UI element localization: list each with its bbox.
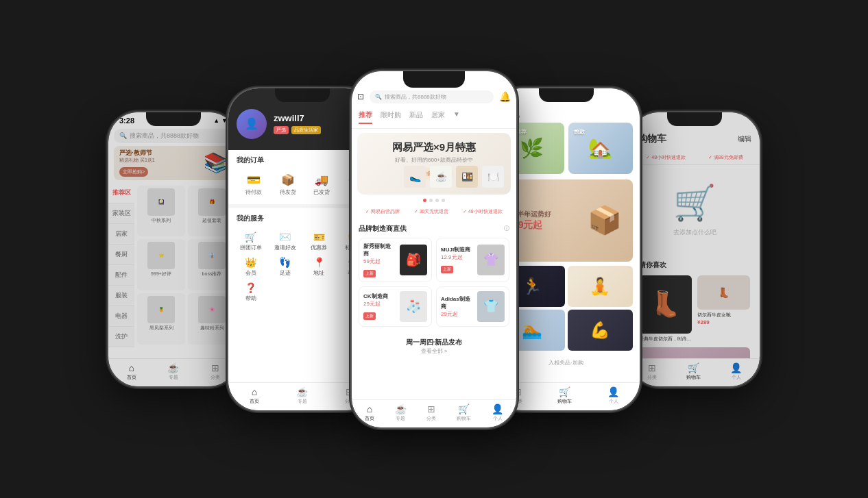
tab-flash-sale[interactable]: 限时购 xyxy=(381,110,401,124)
service-group-buy-label: 拼团订单 xyxy=(237,244,265,251)
product-name-2: 超值套装 xyxy=(191,217,233,224)
brand-card-adidas[interactable]: Adidas制造商 29元起 👕 xyxy=(436,286,509,327)
sport-card-4[interactable]: 💪 xyxy=(568,310,634,351)
tab-more[interactable]: ▼ xyxy=(453,110,460,124)
brand-card-ck[interactable]: CK制造商 29元起 上新 🧦 xyxy=(359,286,432,327)
services-grid: 🛒 拼团订单 ✉️ 邀请好友 🎫 优惠券 🎁 礼品卡 xyxy=(237,229,367,305)
product-card-1[interactable]: 🎑 中秋系列 xyxy=(137,186,185,237)
phone-3-notch xyxy=(403,71,465,88)
product-name-6: 趣味粉系列 xyxy=(191,325,233,332)
service-invite[interactable]: ✉️ 邀请好友 xyxy=(271,232,300,251)
brand-price-4: 29元起 xyxy=(441,310,473,318)
p2-bottom-topics[interactable]: ☕ 专题 xyxy=(296,387,308,405)
phone-4-card-2[interactable]: 挑款 🏡 xyxy=(568,123,634,174)
bottom-nav-home[interactable]: ⌂ 首页 xyxy=(127,363,136,381)
nav-item-recommend[interactable]: 推荐区 xyxy=(108,183,134,203)
order-pending-pay[interactable]: 💳 待付款 xyxy=(245,173,262,196)
bell-icon[interactable]: 🔔 xyxy=(499,91,511,102)
brand-name-1: 新秀丽制造商 xyxy=(363,242,396,258)
tab-home[interactable]: 居家 xyxy=(431,110,445,124)
p5-bottom-profile[interactable]: 👤 个人 xyxy=(730,363,742,381)
brand-name-3: CK制造商 xyxy=(363,292,396,300)
phone-3-search[interactable]: 🔍 搜索商品，共8888款好物 xyxy=(370,90,494,103)
phone-5: 购物车 编辑 ✓ 48小时快速退款 ✓ 满88元免邮费 🛒 去添加点什么吧 猜你… xyxy=(629,112,760,386)
recommend-title: 猜你喜欢 xyxy=(639,260,750,270)
p4-profile-label: 个人 xyxy=(609,398,618,405)
search-icon: 🔍 xyxy=(119,132,127,139)
brand-info-1: 新秀丽制造商 59元起 上新 xyxy=(363,242,396,277)
service-membership[interactable]: 👑 会员 xyxy=(237,257,265,277)
p4-bottom-cart[interactable]: 🛒 购物车 xyxy=(557,387,572,405)
phone-1-banner-btn[interactable]: 立即抢购> xyxy=(119,167,148,177)
nav-item-kitchen[interactable]: 餐厨 xyxy=(108,245,134,265)
bottom-nav-categories-label: 分类 xyxy=(210,374,220,381)
rec-img-1: 👢 xyxy=(639,275,692,334)
banner-product-3: 🍱 xyxy=(456,166,478,188)
banner-main-sub: 好看、好用的600+款商品特价中 xyxy=(365,156,503,164)
banner-main-title: 网易严选×9月特惠 xyxy=(365,141,503,154)
bottom-nav-categories[interactable]: ⊞ 分类 xyxy=(210,363,220,381)
p4-bottom-profile[interactable]: 👤 个人 xyxy=(607,387,619,405)
p3-bottom-home[interactable]: ⌂ 首页 xyxy=(365,404,374,422)
p5-bottom-categories[interactable]: ⊞ 分类 xyxy=(647,363,657,381)
sport-icon-4: 💪 xyxy=(590,321,610,340)
phone-3-main-banner: 网易严选×9月特惠 好看、好用的600+款商品特价中 四舍五入 > 🥿 ☕ 🍱 … xyxy=(357,133,511,195)
service-coupon[interactable]: 🎫 优惠券 xyxy=(305,232,334,251)
rec-img-2: 👢 xyxy=(697,275,750,310)
product-img-2: 🎁 xyxy=(198,188,226,216)
phone-1-time: 3:28 xyxy=(119,116,134,125)
scan-icon[interactable]: ⊡ xyxy=(357,92,364,101)
p3-bottom-profile[interactable]: 👤 个人 xyxy=(492,404,503,422)
order-pending-ship[interactable]: 📦 待发货 xyxy=(280,173,296,196)
service-help[interactable]: ❓ 帮助 xyxy=(237,282,265,302)
order-shipped[interactable]: 🚚 已发货 xyxy=(313,173,330,196)
nav-item-clothing[interactable]: 服装 xyxy=(108,286,134,306)
brand-info-4: Adidas制造商 29元起 xyxy=(441,295,473,318)
product-card-3[interactable]: ⭐ 999+好评 xyxy=(137,239,185,290)
trust-refund-text: ✓ 48小时快速退款 xyxy=(463,208,503,215)
new-release-more[interactable]: 查看全部 > xyxy=(359,347,509,355)
bottom-nav-topics[interactable]: ☕ 专题 xyxy=(167,363,179,381)
sport-card-2[interactable]: 🧘 xyxy=(568,266,634,307)
service-address[interactable]: 📍 地址 xyxy=(305,257,334,277)
user-avatar: 👤 xyxy=(237,109,267,139)
tab-recommend[interactable]: 推荐 xyxy=(359,110,372,124)
rec-item-2[interactable]: 👢 切尔西牛皮女靴 ¥289 xyxy=(697,275,750,343)
p5-bottom-cart[interactable]: 🛒 购物车 xyxy=(686,363,701,381)
banner-product-2: ☕ xyxy=(430,166,452,188)
phone-1-banner: 严选·教师节 精选礼物 买1送1 立即抢购> 📚 xyxy=(114,146,233,180)
service-membership-label: 会员 xyxy=(237,269,265,277)
product-card-5[interactable]: 🍍 黑凤梨系列 xyxy=(137,293,185,345)
p3-bottom-categories[interactable]: ⊞ 分类 xyxy=(426,404,436,422)
nav-item-accessories[interactable]: 配件 xyxy=(108,265,134,286)
nav-item-home[interactable]: 家装区 xyxy=(108,203,134,224)
pending-ship-icon: 📦 xyxy=(280,173,296,186)
nav-item-electronics[interactable]: 电器 xyxy=(108,306,134,327)
brand-card-samsonite[interactable]: 新秀丽制造商 59元起 上新 🎒 xyxy=(359,238,432,282)
sport-icon-1: 🏃 xyxy=(522,277,542,296)
rec-name-1: 经典牛皮切尔西，时尚... xyxy=(639,336,692,342)
cart-edit-btn[interactable]: 编辑 xyxy=(738,134,751,144)
p3-bottom-topics[interactable]: ☕ 专题 xyxy=(395,404,407,422)
rec-item-1[interactable]: 👢 经典牛皮切尔西，时尚... xyxy=(639,275,692,343)
p3-categories-label: 分类 xyxy=(426,415,436,422)
phone-1-search[interactable]: 🔍 搜索商品，共8888款好物 xyxy=(114,129,233,143)
nav-item-laundry[interactable]: 洗护 xyxy=(108,327,134,347)
phone-4-large-card[interactable]: 下半年运势好 6.9元起 📦 xyxy=(499,179,633,262)
phone-4-notch xyxy=(539,88,594,102)
service-group-buy[interactable]: 🛒 拼团订单 xyxy=(237,232,265,251)
phones-container: 3:28 ▲ ▼ 🔍 搜索商品，共8888款好物 严选·教师节 精选礼物 买1送… xyxy=(108,71,760,427)
tab-new[interactable]: 新品 xyxy=(409,110,423,124)
p2-bottom-home[interactable]: ⌂ 首页 xyxy=(250,387,259,405)
banner-product-1: 🥿 xyxy=(404,166,426,188)
address-icon: 📍 xyxy=(305,257,334,268)
nav-item-living[interactable]: 居家 xyxy=(108,224,134,245)
p3-bottom-cart[interactable]: 🛒 购物车 xyxy=(457,404,471,422)
brand-img-3: 🧦 xyxy=(400,291,427,322)
service-help-label: 帮助 xyxy=(237,295,265,302)
phone-3-brand-section: 品牌制造商直供 ⓘ 新秀丽制造商 59元起 上新 🎒 MUJI xyxy=(352,219,516,332)
p3-topics-icon: ☕ xyxy=(395,404,407,414)
brand-info-icon[interactable]: ⓘ xyxy=(504,225,509,232)
brand-card-muji[interactable]: MUJI制造商 12.9元起 上新 👚 xyxy=(436,238,509,282)
service-history[interactable]: 👣 足迹 xyxy=(271,257,300,277)
